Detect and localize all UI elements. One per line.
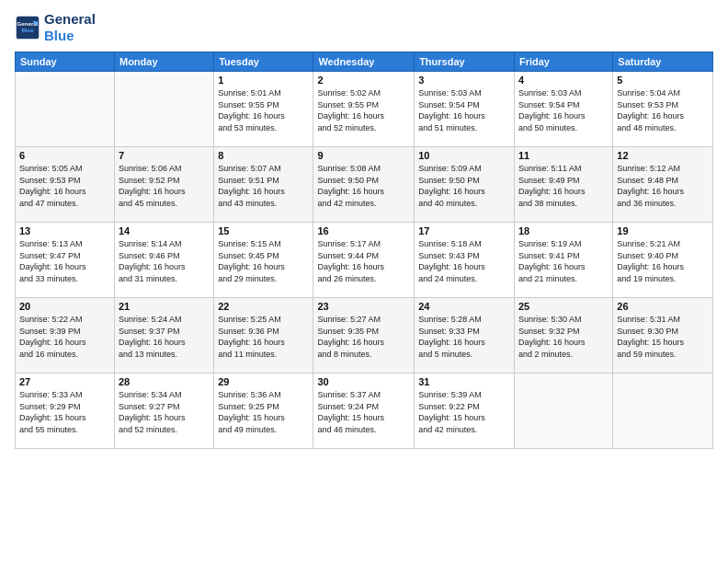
day-info: Sunrise: 5:28 AM Sunset: 9:33 PM Dayligh… [418,314,510,360]
calendar-cell: 16Sunrise: 5:17 AM Sunset: 9:44 PM Dayli… [313,223,415,298]
day-info: Sunrise: 5:14 AM Sunset: 9:46 PM Dayligh… [119,238,210,284]
calendar-cell: 22Sunrise: 5:25 AM Sunset: 9:36 PM Dayli… [214,298,313,373]
day-info: Sunrise: 5:30 AM Sunset: 9:32 PM Dayligh… [518,314,609,360]
day-number: 26 [617,301,709,312]
day-number: 4 [518,75,609,86]
day-info: Sunrise: 5:21 AM Sunset: 9:40 PM Dayligh… [617,238,709,284]
day-info: Sunrise: 5:19 AM Sunset: 9:41 PM Dayligh… [518,238,609,284]
day-info: Sunrise: 5:05 AM Sunset: 9:53 PM Dayligh… [19,163,110,209]
calendar-cell [114,72,213,147]
calendar-cell: 23Sunrise: 5:27 AM Sunset: 9:35 PM Dayli… [313,298,415,373]
logo: General Blue General Blue [15,11,96,44]
day-number: 27 [19,376,110,387]
day-number: 6 [19,150,110,161]
day-number: 13 [19,225,110,236]
calendar-cell: 15Sunrise: 5:15 AM Sunset: 9:45 PM Dayli… [214,223,313,298]
day-info: Sunrise: 5:06 AM Sunset: 9:52 PM Dayligh… [119,163,210,209]
day-info: Sunrise: 5:13 AM Sunset: 9:47 PM Dayligh… [19,238,110,284]
calendar-cell: 30Sunrise: 5:37 AM Sunset: 9:24 PM Dayli… [313,373,415,449]
day-info: Sunrise: 5:31 AM Sunset: 9:30 PM Dayligh… [617,314,709,360]
day-info: Sunrise: 5:22 AM Sunset: 9:39 PM Dayligh… [19,314,110,360]
calendar-cell: 29Sunrise: 5:36 AM Sunset: 9:25 PM Dayli… [214,373,313,449]
day-info: Sunrise: 5:34 AM Sunset: 9:27 PM Dayligh… [119,389,210,435]
calendar-cell: 19Sunrise: 5:21 AM Sunset: 9:40 PM Dayli… [613,223,713,298]
calendar-header: SundayMondayTuesdayWednesdayThursdayFrid… [16,52,713,72]
calendar-cell [514,373,612,449]
day-info: Sunrise: 5:12 AM Sunset: 9:48 PM Dayligh… [617,163,709,209]
day-info: Sunrise: 5:36 AM Sunset: 9:25 PM Dayligh… [218,389,309,435]
day-number: 2 [317,75,410,86]
day-number: 15 [218,225,309,236]
calendar-cell: 3Sunrise: 5:03 AM Sunset: 9:54 PM Daylig… [415,72,515,147]
day-number: 7 [119,150,210,161]
day-info: Sunrise: 5:37 AM Sunset: 9:24 PM Dayligh… [317,389,410,435]
day-info: Sunrise: 5:24 AM Sunset: 9:37 PM Dayligh… [119,314,210,360]
day-number: 16 [317,225,410,236]
day-info: Sunrise: 5:08 AM Sunset: 9:50 PM Dayligh… [317,163,410,209]
calendar-cell: 25Sunrise: 5:30 AM Sunset: 9:32 PM Dayli… [514,298,612,373]
day-number: 31 [418,376,510,387]
day-info: Sunrise: 5:03 AM Sunset: 9:54 PM Dayligh… [418,87,510,133]
page-header: General Blue General Blue [15,11,713,44]
calendar-cell: 26Sunrise: 5:31 AM Sunset: 9:30 PM Dayli… [613,298,713,373]
calendar-cell: 21Sunrise: 5:24 AM Sunset: 9:37 PM Dayli… [114,298,213,373]
col-header-tuesday: Tuesday [214,52,313,72]
day-number: 25 [518,301,609,312]
day-number: 20 [19,301,110,312]
calendar-cell: 24Sunrise: 5:28 AM Sunset: 9:33 PM Dayli… [415,298,515,373]
col-header-saturday: Saturday [613,52,713,72]
day-number: 19 [617,225,709,236]
day-number: 30 [317,376,410,387]
calendar-cell: 5Sunrise: 5:04 AM Sunset: 9:53 PM Daylig… [613,72,713,147]
logo-icon: General Blue [15,15,40,40]
calendar-cell: 17Sunrise: 5:18 AM Sunset: 9:43 PM Dayli… [415,223,515,298]
day-info: Sunrise: 5:15 AM Sunset: 9:45 PM Dayligh… [218,238,309,284]
calendar-cell: 13Sunrise: 5:13 AM Sunset: 9:47 PM Dayli… [16,223,115,298]
calendar-cell [613,373,713,449]
calendar-cell: 18Sunrise: 5:19 AM Sunset: 9:41 PM Dayli… [514,223,612,298]
day-info: Sunrise: 5:25 AM Sunset: 9:36 PM Dayligh… [218,314,309,360]
day-info: Sunrise: 5:02 AM Sunset: 9:55 PM Dayligh… [317,87,410,133]
calendar-cell: 28Sunrise: 5:34 AM Sunset: 9:27 PM Dayli… [114,373,213,449]
day-number: 11 [518,150,609,161]
calendar-cell: 27Sunrise: 5:33 AM Sunset: 9:29 PM Dayli… [16,373,115,449]
day-number: 17 [418,225,510,236]
calendar-cell: 11Sunrise: 5:11 AM Sunset: 9:49 PM Dayli… [514,147,612,223]
col-header-friday: Friday [514,52,612,72]
calendar-cell: 2Sunrise: 5:02 AM Sunset: 9:55 PM Daylig… [313,72,415,147]
day-info: Sunrise: 5:18 AM Sunset: 9:43 PM Dayligh… [418,238,510,284]
day-number: 21 [119,301,210,312]
day-number: 14 [119,225,210,236]
calendar-cell: 4Sunrise: 5:03 AM Sunset: 9:54 PM Daylig… [514,72,612,147]
day-info: Sunrise: 5:11 AM Sunset: 9:49 PM Dayligh… [518,163,609,209]
day-info: Sunrise: 5:39 AM Sunset: 9:22 PM Dayligh… [418,389,510,435]
col-header-thursday: Thursday [415,52,515,72]
col-header-wednesday: Wednesday [313,52,415,72]
day-number: 24 [418,301,510,312]
col-header-sunday: Sunday [16,52,115,72]
day-number: 9 [317,150,410,161]
day-number: 28 [119,376,210,387]
day-info: Sunrise: 5:27 AM Sunset: 9:35 PM Dayligh… [317,314,410,360]
day-info: Sunrise: 5:17 AM Sunset: 9:44 PM Dayligh… [317,238,410,284]
day-number: 1 [218,75,309,86]
calendar: SundayMondayTuesdayWednesdayThursdayFrid… [15,52,713,449]
calendar-cell: 20Sunrise: 5:22 AM Sunset: 9:39 PM Dayli… [16,298,115,373]
logo-text: General Blue [44,11,96,44]
day-number: 8 [218,150,309,161]
calendar-cell: 8Sunrise: 5:07 AM Sunset: 9:51 PM Daylig… [214,147,313,223]
calendar-cell: 6Sunrise: 5:05 AM Sunset: 9:53 PM Daylig… [16,147,115,223]
day-info: Sunrise: 5:33 AM Sunset: 9:29 PM Dayligh… [19,389,110,435]
calendar-cell: 14Sunrise: 5:14 AM Sunset: 9:46 PM Dayli… [114,223,213,298]
day-number: 29 [218,376,309,387]
calendar-cell: 12Sunrise: 5:12 AM Sunset: 9:48 PM Dayli… [613,147,713,223]
day-info: Sunrise: 5:01 AM Sunset: 9:55 PM Dayligh… [218,87,309,133]
day-number: 12 [617,150,709,161]
day-info: Sunrise: 5:09 AM Sunset: 9:50 PM Dayligh… [418,163,510,209]
day-info: Sunrise: 5:07 AM Sunset: 9:51 PM Dayligh… [218,163,309,209]
calendar-cell: 9Sunrise: 5:08 AM Sunset: 9:50 PM Daylig… [313,147,415,223]
day-number: 22 [218,301,309,312]
calendar-cell: 10Sunrise: 5:09 AM Sunset: 9:50 PM Dayli… [415,147,515,223]
day-info: Sunrise: 5:04 AM Sunset: 9:53 PM Dayligh… [617,87,709,133]
calendar-cell [16,72,115,147]
